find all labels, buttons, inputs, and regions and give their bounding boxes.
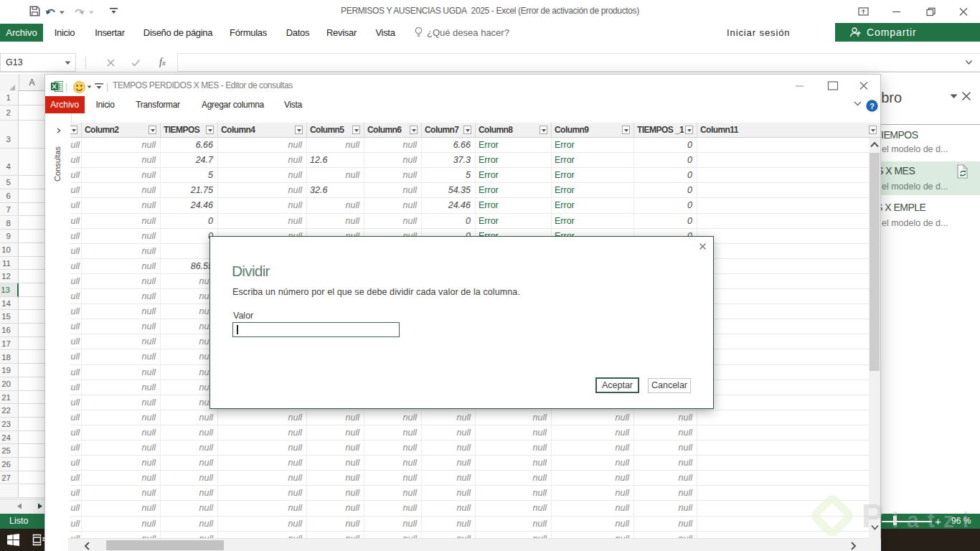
svg-text:?: ?	[870, 102, 875, 110]
